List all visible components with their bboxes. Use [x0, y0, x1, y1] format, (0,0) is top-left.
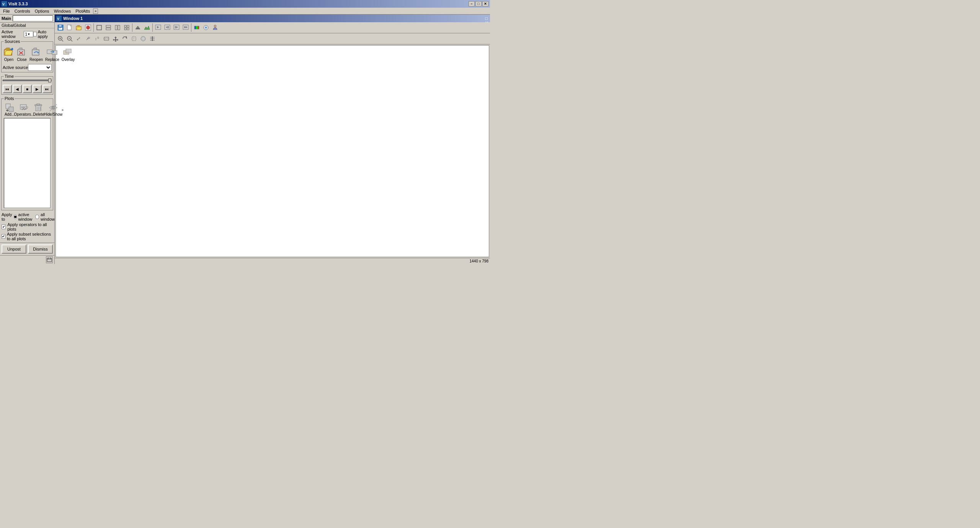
time-section: Time ⏮ ◀ ■ ▶ ⏭: [1, 76, 53, 95]
svg-point-65: [214, 25, 216, 27]
tb-select-btn[interactable]: [130, 34, 138, 43]
time-play-btn[interactable]: ▶: [33, 85, 42, 93]
window1-title: Window 1: [63, 16, 83, 21]
unpost-btn[interactable]: Unpost: [2, 244, 26, 254]
tb-save-frame-btn[interactable]: [154, 23, 162, 32]
operators-plot-icon: op(↑): [20, 103, 29, 112]
open-source-btn[interactable]: Open: [3, 46, 15, 62]
delete-plot-btn[interactable]: Delete: [32, 102, 46, 117]
tb-layout4-btn[interactable]: [122, 23, 131, 32]
slider-handle[interactable]: [48, 79, 51, 82]
time-first-btn[interactable]: ⏮: [3, 85, 12, 93]
toolbar-sep2: [132, 23, 132, 32]
tb-zoom-out-btn[interactable]: [65, 34, 74, 43]
statusbar: 1440 x 798: [55, 258, 490, 264]
hideshow-plot-label: Hide/Show: [44, 112, 62, 116]
tb-open-btn[interactable]: [75, 23, 83, 32]
close-source-btn[interactable]: Close: [16, 46, 28, 62]
dismiss-btn[interactable]: Dismiss: [28, 244, 53, 254]
delete-plot-label: Delete: [33, 112, 44, 116]
tb-terrain-btn[interactable]: [143, 23, 151, 32]
tb-sphere-btn[interactable]: [139, 34, 147, 43]
subset-checkbox[interactable]: ✔: [2, 234, 5, 239]
svg-rect-44: [115, 25, 117, 30]
menu-plotatts[interactable]: PlotAtts: [73, 8, 92, 14]
tb-pan-btn[interactable]: [111, 34, 120, 43]
tb-lines-btn[interactable]: [148, 34, 157, 43]
tb-person-btn[interactable]: [211, 23, 219, 32]
time-slider[interactable]: [3, 78, 52, 83]
tb-layout1-btn[interactable]: [95, 23, 103, 32]
tb-3d-btn[interactable]: [134, 23, 142, 32]
sources-buttons: Open Close: [3, 46, 52, 62]
tb-save-btn[interactable]: ✔: [56, 23, 65, 32]
close-btn-label: Close: [17, 57, 27, 62]
tb-nav2-btn[interactable]: ↗N: [84, 34, 92, 43]
tb-layout2v-btn[interactable]: [113, 23, 122, 32]
bottom-buttons: Unpost Dismiss: [0, 243, 54, 255]
visit-titlebar: V VisIt 3.3.3 − □ ✕: [0, 0, 490, 8]
tb-colormap-btn[interactable]: [193, 23, 201, 32]
replace-icon: [47, 47, 57, 57]
svg-line-26: [50, 104, 57, 111]
tb-nav3-btn[interactable]: ↕S: [93, 34, 101, 43]
active-window-spinbox[interactable]: 1 ▼: [24, 31, 33, 37]
plots-section: Plots Add...: [1, 98, 53, 210]
active-window-radio[interactable]: [14, 215, 17, 219]
active-source-label: Active source: [3, 65, 28, 70]
toolbar-row2: ↙z ↗N ↕S: [55, 33, 490, 44]
plots-expand-btn[interactable]: »: [61, 108, 64, 112]
open-icon: [3, 47, 14, 57]
overlay-source-btn[interactable]: Overlay: [61, 46, 75, 62]
tb-next-frame-btn[interactable]: [172, 23, 181, 32]
tb-nav1-btn[interactable]: ↙z: [75, 34, 83, 43]
auto-apply-checkbox[interactable]: [33, 32, 37, 36]
reopen-icon: [31, 47, 42, 57]
visit-close-btn[interactable]: ✕: [482, 1, 488, 7]
slider-track[interactable]: [3, 80, 52, 81]
window1-maximize-btn[interactable]: □: [485, 16, 488, 21]
apply-active-radio[interactable]: active window: [14, 212, 34, 221]
time-last-btn[interactable]: ⏭: [42, 85, 52, 93]
replace-source-btn[interactable]: Replace: [44, 46, 60, 62]
tb-prev-frame-btn[interactable]: [163, 23, 172, 32]
tb-rotate-btn[interactable]: [121, 34, 129, 43]
menu-options[interactable]: Options: [33, 8, 52, 14]
menu-controls[interactable]: Controls: [12, 8, 33, 14]
svg-text:V: V: [57, 17, 59, 21]
svg-text:N: N: [88, 36, 90, 39]
time-stop-btn[interactable]: ■: [23, 85, 32, 93]
apply-to-row: Apply to active window all windows: [2, 212, 53, 221]
menu-expand-btn[interactable]: »: [93, 8, 98, 14]
tb-zoom-in-btn[interactable]: [56, 34, 65, 43]
auto-apply-label: Auto apply: [38, 30, 53, 39]
close-source-icon: [16, 47, 27, 57]
visit-maximize-btn[interactable]: □: [475, 1, 482, 7]
window1-titlebar: V Window 1 − □ ✕: [55, 15, 490, 22]
svg-rect-47: [127, 25, 129, 27]
tb-reset-btn[interactable]: [102, 34, 111, 43]
apply-all-radio[interactable]: all windows: [35, 212, 57, 221]
operators-checkbox[interactable]: ✔: [2, 225, 6, 229]
tb-last-frame-btn[interactable]: [181, 23, 190, 32]
active-source-dropdown[interactable]: [28, 64, 52, 71]
all-windows-radio[interactable]: [35, 215, 39, 219]
spinbox-arrow[interactable]: ▼: [27, 33, 30, 36]
tb-record-btn[interactable]: [84, 23, 92, 32]
menu-windows[interactable]: Windows: [52, 8, 74, 14]
operators-plot-btn[interactable]: op(↑) Operators...: [17, 102, 31, 117]
menu-file[interactable]: File: [1, 8, 12, 14]
tb-new-btn[interactable]: [65, 23, 74, 32]
reopen-source-btn[interactable]: Reopen: [29, 46, 44, 62]
bottom-options: Apply to active window all windows ✔ App…: [0, 211, 54, 243]
visit-window-controls[interactable]: − □ ✕: [469, 1, 488, 7]
svg-line-67: [62, 40, 63, 41]
time-prev-btn[interactable]: ◀: [13, 85, 22, 93]
hideshow-plot-btn[interactable]: Hide/Show: [46, 102, 60, 117]
hideshow-plot-icon: [49, 103, 58, 112]
tb-view-btn[interactable]: [202, 23, 210, 32]
status-icon-btn[interactable]: [46, 256, 53, 263]
visit-minimize-btn[interactable]: −: [469, 1, 475, 7]
tb-layout2h-btn[interactable]: [104, 23, 113, 32]
svg-rect-43: [106, 28, 111, 30]
